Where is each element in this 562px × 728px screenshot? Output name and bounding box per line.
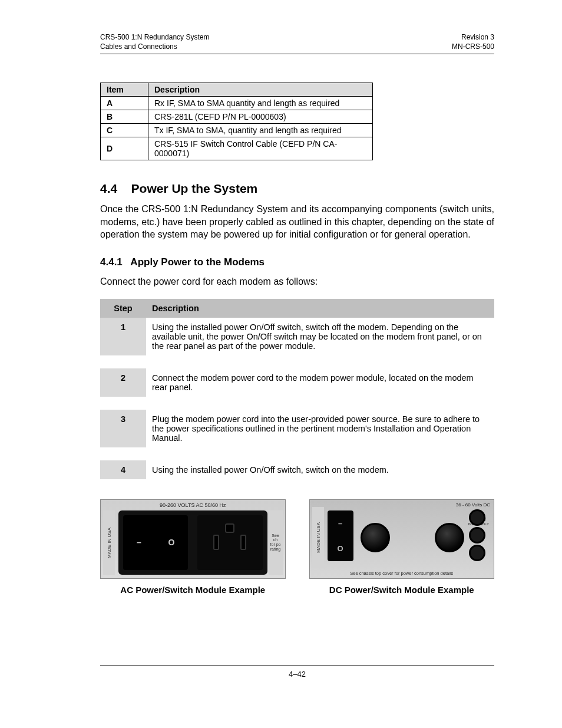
dc-voltage-label: 36 - 60 Volts DC: [456, 502, 490, 508]
table-row: 4 Using the installed power On/Off switc…: [100, 460, 494, 479]
ac-voltage-label: 90-260 VOLTS AC 50/60 Hz: [101, 502, 285, 508]
section-number: 4.4: [100, 182, 117, 195]
header-right-2: MN-CRS-500: [452, 42, 494, 52]
spec-table: Item Description A Rx IF, SMA to SMA qua…: [100, 83, 373, 160]
spec-header-desc: Description: [148, 83, 373, 97]
fuse-holder-icon: [435, 523, 464, 552]
table-row: 1 Using the installed power On/Off switc…: [100, 318, 494, 355]
subsection-number: 4.4.1: [100, 256, 123, 268]
subsection-paragraph: Connect the power cord for each modem as…: [100, 275, 494, 288]
rocker-switch-icon: –O: [123, 515, 188, 570]
dc-terminal-block: [465, 509, 489, 561]
steps-table: Step Description 1 Using the installed p…: [100, 299, 494, 479]
step-desc: Using the installed power On/Off switch,…: [146, 318, 494, 355]
terminal-screw-icon: [469, 527, 485, 543]
spec-header-item: Item: [101, 83, 148, 97]
step-number: 1: [100, 318, 146, 355]
rocker-switch-icon: –O: [328, 510, 353, 561]
spec-desc: CRS-281L (CEFD P/N PL-0000603): [148, 110, 373, 124]
steps-header-desc: Description: [146, 299, 494, 318]
steps-header-step: Step: [100, 299, 146, 318]
iec-socket-icon: [197, 515, 262, 570]
page-footer: 4–42: [100, 666, 494, 678]
subsection-heading: 4.4.1 Apply Power to the Modems: [100, 256, 494, 268]
ac-rating-note: See ch for po rating: [269, 510, 283, 575]
header-left-1: CRS-500 1:N Redundancy System: [100, 33, 209, 42]
section-heading: 4.4 Power Up the System: [100, 182, 494, 196]
ac-power-module: –O: [118, 510, 267, 575]
header-left-2: Cables and Connections: [100, 42, 209, 52]
step-number: 4: [100, 460, 146, 479]
ac-photo-caption: AC Power/Switch Module Example: [100, 585, 286, 595]
made-in-usa-label: MADE IN USA: [103, 510, 115, 575]
subsection-title: Apply Power to the Modems: [130, 256, 265, 268]
running-header: CRS-500 1:N Redundancy System Cables and…: [100, 33, 494, 51]
page-number: 4–42: [289, 670, 306, 678]
spec-desc: Tx IF, SMA to SMA, quantity and length a…: [148, 124, 373, 137]
ac-power-photo: 90-260 VOLTS AC 50/60 Hz MADE IN USA See…: [100, 499, 286, 579]
step-number: 3: [100, 410, 146, 447]
dc-power-photo: 36 - 60 Volts DC DC INPUT ONLY MADE IN U…: [309, 499, 495, 579]
step-desc: Plug the modem power cord into the user-…: [146, 410, 494, 447]
step-number: 2: [100, 368, 146, 397]
spec-desc: Rx IF, SMA to SMA quantity and length as…: [148, 97, 373, 110]
section-paragraph: Once the CRS-500 1:N Redundancy System a…: [100, 203, 494, 241]
photo-row: 90-260 VOLTS AC 50/60 Hz MADE IN USA See…: [100, 499, 494, 595]
dc-photo-caption: DC Power/Switch Module Example: [309, 585, 495, 595]
spec-item: D: [101, 137, 148, 160]
page: CRS-500 1:N Redundancy System Cables and…: [0, 0, 562, 702]
header-rule: [100, 54, 494, 54]
spec-desc: CRS-515 IF Switch Control Cable (CEFD P/…: [148, 137, 373, 160]
table-row: B CRS-281L (CEFD P/N PL-0000603): [101, 110, 373, 124]
table-row: 2 Connect the modem power cord to the mo…: [100, 368, 494, 397]
header-right-1: Revision 3: [452, 33, 494, 42]
table-row: D CRS-515 IF Switch Control Cable (CEFD …: [101, 137, 373, 160]
dc-consumption-note: See chassis top cover for power consumpt…: [310, 571, 494, 576]
dc-power-photo-block: 36 - 60 Volts DC DC INPUT ONLY MADE IN U…: [309, 499, 495, 595]
spec-item: A: [101, 97, 148, 110]
dc-fuse-holders: [361, 514, 465, 561]
step-desc: Connect the modem power cord to the mode…: [146, 368, 494, 397]
ac-power-photo-block: 90-260 VOLTS AC 50/60 Hz MADE IN USA See…: [100, 499, 286, 595]
fuse-holder-icon: [361, 523, 390, 552]
spec-item: C: [101, 124, 148, 137]
step-desc: Using the installed power On/Off switch,…: [146, 460, 494, 479]
table-row: C Tx IF, SMA to SMA, quantity and length…: [101, 124, 373, 137]
table-row: 3 Plug the modem power cord into the use…: [100, 410, 494, 447]
section-title: Power Up the System: [131, 182, 258, 195]
spec-item: B: [101, 110, 148, 124]
table-row: A Rx IF, SMA to SMA quantity and length …: [101, 97, 373, 110]
made-in-usa-label: MADE IN USA: [312, 507, 324, 568]
terminal-screw-icon: [469, 545, 485, 561]
terminal-screw-icon: [469, 509, 485, 526]
